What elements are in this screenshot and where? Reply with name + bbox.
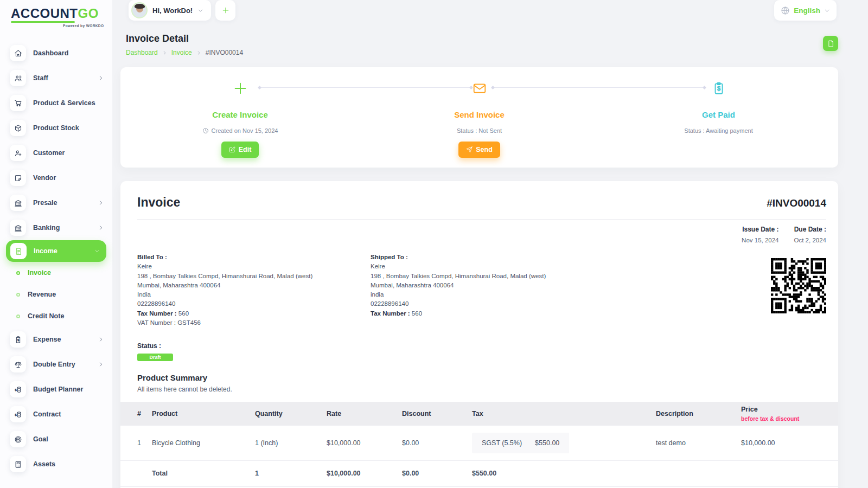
brand-logo[interactable]: ACCOUNTGO Powered by WORKDO	[0, 0, 112, 31]
sidebar-item-assets[interactable]: Assets	[0, 452, 112, 477]
logo-underline	[11, 21, 75, 23]
sidebar-subitem-revenue[interactable]: Revenue	[0, 284, 112, 305]
billed-to-block: Billed To : Keire 198 , Bombay Talkies C…	[137, 253, 371, 328]
sidebar-item-double-entry[interactable]: Double Entry	[0, 352, 112, 377]
note-icon	[10, 170, 26, 186]
sidebar-item-expense[interactable]: $ Expense	[0, 327, 112, 352]
chevron-down-icon	[197, 8, 203, 14]
content: Invoice Detail Dashboard Invoice #INVO00…	[112, 21, 868, 488]
chevron-right-icon	[98, 337, 104, 342]
chevron-right-icon	[98, 225, 104, 230]
user-plus-icon	[10, 145, 26, 161]
clock-icon	[202, 127, 209, 134]
invoice-dates: Issue Date : Nov 15, 2024 Due Date : Oct…	[137, 226, 826, 243]
invoice-number: #INVO00014	[767, 197, 826, 209]
invoice-card: Invoice #INVO00014 Issue Date : Nov 15, …	[120, 181, 838, 488]
sidebar-item-staff[interactable]: Staff	[0, 66, 112, 91]
plus-icon	[233, 80, 248, 97]
divider	[137, 219, 826, 220]
language-selector[interactable]: English	[774, 0, 837, 21]
globe-icon	[781, 6, 790, 15]
avatar	[131, 2, 148, 18]
sidebar-item-presale[interactable]: Presale	[0, 190, 112, 215]
sidebar-subitem-credit-note[interactable]: Credit Note	[0, 305, 112, 327]
table-total-row: Total 1 $10,000.00 $0.00 $550.00	[120, 460, 838, 486]
envelope-icon	[473, 80, 487, 97]
document-icon	[827, 40, 834, 47]
coins-icon: $	[10, 381, 26, 397]
chevron-down-icon	[824, 8, 830, 14]
language-label: English	[794, 7, 820, 15]
svg-text:$: $	[15, 413, 17, 416]
sidebar-item-contract[interactable]: $ Contract	[0, 402, 112, 427]
bank-icon	[10, 220, 26, 236]
app-root: ACCOUNTGO Powered by WORKDO Dashboard St…	[0, 0, 868, 488]
chevron-right-icon	[196, 50, 201, 55]
table-row: 1 Bicycle Clothing 1 (Inch) $10,000.00 $…	[120, 426, 838, 460]
sidebar-item-dashboard[interactable]: Dashboard	[0, 41, 112, 66]
sidebar-item-income[interactable]: Income	[6, 240, 106, 262]
created-on-label: Created on Nov 15, 2024	[212, 127, 278, 134]
main-area: Hi, WorkDo! English Invoice Detail Dashb…	[112, 0, 868, 488]
tax-chip: SGST (5.5%)$550.00	[472, 433, 569, 453]
bank-icon	[10, 195, 26, 211]
sidebar-item-vendor[interactable]: Vendor	[0, 165, 112, 190]
target-icon	[10, 431, 26, 447]
cube-icon	[10, 120, 26, 136]
users-icon	[10, 70, 26, 86]
send-invoice-button[interactable]: Send	[458, 142, 500, 158]
breadcrumb-invoice[interactable]: Invoice	[171, 49, 192, 56]
bullet-icon	[16, 314, 20, 318]
step-get-paid: $ Get Paid Status : Awaiting payment	[599, 67, 838, 168]
home-icon	[10, 45, 26, 61]
profile-menu[interactable]: Hi, WorkDo!	[129, 0, 211, 21]
invoice-heading: Invoice	[137, 195, 180, 210]
send-status-label: Status : Not Sent	[457, 127, 502, 134]
table-header-row: # Product Quantity Rate Discount Tax Des…	[120, 402, 838, 426]
file-invoice-icon	[10, 243, 27, 259]
status-badge: Draft	[137, 354, 173, 361]
chevron-right-icon	[162, 50, 167, 55]
breadcrumb-dashboard[interactable]: Dashboard	[126, 49, 158, 56]
sidebar-item-product-services[interactable]: Product & Services	[0, 91, 112, 115]
edit-invoice-button[interactable]: Edit	[221, 142, 259, 158]
sidebar-subitem-invoice[interactable]: Invoice	[0, 262, 112, 284]
sidebar-nav: Dashboard Staff Product & Services Produ…	[0, 31, 112, 477]
step-create-invoice: Create Invoice Created on Nov 15, 2024 E…	[120, 67, 360, 168]
page-title: Invoice Detail	[126, 33, 838, 44]
shipped-to-block: Shipped To : Keire 198 , Bombay Talkies …	[371, 253, 771, 328]
chevron-right-icon	[98, 362, 104, 367]
sidebar-item-product-stock[interactable]: Product Stock	[0, 115, 112, 140]
breadcrumb-current: #INVO00014	[206, 49, 243, 56]
topbar: Hi, WorkDo! English	[112, 0, 868, 21]
plus-icon	[221, 6, 230, 15]
pencil-icon	[229, 146, 235, 153]
product-summary-title: Product Summary	[137, 373, 826, 382]
step-connector	[494, 87, 704, 88]
sidebar-item-banking[interactable]: Banking	[0, 215, 112, 240]
product-summary-note: All items here cannot be deleted.	[137, 386, 826, 393]
sidebar-item-goal[interactable]: Goal	[0, 427, 112, 452]
clipboard-dollar-icon: $	[10, 331, 26, 348]
step-connector	[260, 87, 470, 88]
status-block: Status : Draft	[137, 342, 826, 361]
product-table: # Product Quantity Rate Discount Tax Des…	[120, 402, 838, 487]
sidebar-item-customer[interactable]: Customer	[0, 140, 112, 165]
quick-add-button[interactable]	[215, 0, 235, 21]
svg-text:$: $	[17, 338, 19, 341]
duplicate-invoice-button[interactable]	[823, 36, 838, 51]
bullet-icon	[16, 271, 20, 275]
powered-by-label: Powered by WORKDO	[63, 24, 112, 28]
bullet-icon	[16, 293, 20, 297]
chevron-right-icon	[98, 75, 104, 81]
svg-text:$: $	[717, 85, 720, 92]
sidebar-item-budget-planner[interactable]: $ Budget Planner	[0, 377, 112, 402]
brand-name: ACCOUNTGO	[11, 7, 112, 21]
chevron-right-icon	[98, 200, 104, 206]
page-head: Invoice Detail Dashboard Invoice #INVO00…	[120, 33, 838, 66]
breadcrumb: Dashboard Invoice #INVO00014	[126, 49, 838, 56]
invoice-dollar-icon: $	[712, 80, 726, 97]
greeting-label: Hi, WorkDo!	[152, 7, 193, 15]
due-date: Due Date : Oct 2, 2024	[794, 226, 826, 243]
chevron-down-icon	[94, 248, 100, 254]
